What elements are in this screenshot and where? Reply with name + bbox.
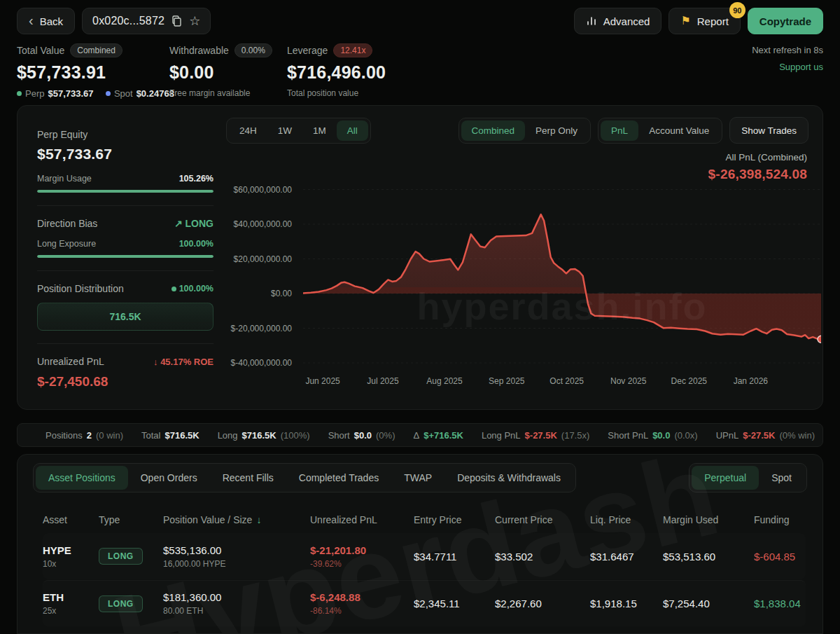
liq-price-cell: $1,918.15	[590, 598, 663, 609]
scope-combined[interactable]: Combined	[461, 120, 526, 141]
page: ‹ Back 0x020c...5872 ☆ Advanced ⚑ Report	[0, 0, 840, 634]
type-cell: LONG	[99, 548, 163, 565]
y-tick-label: $40,000,000.00	[234, 219, 292, 229]
asset-cell: HYPE 10x	[43, 544, 99, 569]
tab-deposits-withdrawals[interactable]: Deposits & Withdrawals	[444, 466, 573, 490]
x-tick-label: Jul 2025	[367, 376, 398, 386]
total-value-label: Total Value	[17, 45, 64, 56]
table-row[interactable]: HYPE 10x LONG $535,136.00 16,000.00 HYPE…	[43, 533, 806, 579]
col-type[interactable]: Type	[99, 514, 163, 525]
report-button[interactable]: ⚑ Report 90	[668, 8, 740, 34]
report-count-badge: 90	[729, 2, 746, 18]
x-tick-label: Nov 2025	[610, 376, 646, 386]
copy-icon[interactable]	[172, 15, 182, 27]
y-tick-label: $20,000,000.00	[234, 254, 292, 264]
tab-asset-positions[interactable]: Asset Positions	[36, 466, 128, 490]
show-trades-button[interactable]: Show Trades	[729, 117, 808, 144]
positions-tabs: Asset Positions Open Orders Recent Fills…	[33, 463, 576, 492]
col-funding[interactable]: Funding	[754, 514, 806, 525]
withdrawable-amount: $0.00	[169, 62, 272, 83]
leverage-sub: Total position value	[287, 88, 386, 98]
x-tick-label: Aug 2025	[426, 376, 462, 386]
withdrawable-label: Withdrawable	[169, 45, 229, 56]
unrealized-pnl-label: Unrealized PnL	[37, 356, 104, 367]
metric-account-value[interactable]: Account Value	[638, 120, 720, 141]
account-metrics-card: Perp Equity $57,733.67 Margin Usage 105.…	[37, 117, 214, 402]
tab-completed-trades[interactable]: Completed Trades	[286, 466, 391, 490]
tab-twap[interactable]: TWAP	[391, 466, 444, 490]
unrealized-pnl-cell: $-6,248.88 -86.14%	[310, 591, 414, 616]
x-tick-label: Sep 2025	[489, 376, 524, 386]
entry-price-cell: $2,345.11	[414, 598, 495, 609]
refresh-countdown: Next refresh in 8s	[752, 45, 823, 55]
position-distribution-label: Position Distribution	[37, 283, 124, 294]
col-entry-price[interactable]: Entry Price	[414, 514, 495, 525]
market-toggle: Perpetual Spot	[689, 463, 807, 492]
wallet-address: 0x020c...5872	[92, 15, 164, 27]
col-margin-used[interactable]: Margin Used	[663, 514, 754, 525]
col-position-value[interactable]: Position Value / Size↓	[163, 514, 310, 525]
summary-delta: Δ$+716.5K	[413, 430, 463, 441]
scope-perp-only[interactable]: Perp Only	[525, 120, 588, 141]
col-current-price[interactable]: Current Price	[495, 514, 590, 525]
market-perpetual[interactable]: Perpetual	[692, 466, 759, 490]
direction-bias-section: Direction Bias ↗ LONG Long Exposure 100.…	[37, 205, 214, 270]
leverage-label: Leverage	[287, 45, 328, 56]
all-pnl-caption: All PnL (Combined)	[708, 152, 807, 163]
x-tick-label: Oct 2025	[550, 376, 584, 386]
col-unrealized-pnl[interactable]: Unrealized PnL	[310, 514, 414, 525]
perp-value: Perp $57,733.67	[17, 88, 94, 99]
tab-open-orders[interactable]: Open Orders	[128, 466, 210, 490]
scope-toggle: Combined Perp Only	[458, 118, 592, 144]
chart-panel: Perp Equity $57,733.67 Margin Usage 105.…	[17, 105, 823, 410]
tab-recent-fills[interactable]: Recent Fills	[210, 466, 286, 490]
summary-long: Long$716.5K(100%)	[218, 430, 310, 441]
perp-dot-icon	[17, 91, 22, 96]
x-tick-label: Dec 2025	[671, 376, 707, 386]
advanced-label: Advanced	[603, 15, 650, 27]
position-distribution-value: 100.00%	[172, 284, 214, 294]
range-tab-all[interactable]: All	[337, 120, 368, 141]
entry-price-cell: $34.7711	[414, 551, 495, 563]
range-tab-1w[interactable]: 1W	[267, 120, 302, 141]
range-tab-1m[interactable]: 1M	[302, 120, 337, 141]
support-us-link[interactable]: Support us	[752, 62, 823, 72]
metric-pnl[interactable]: PnL	[601, 120, 638, 141]
wallet-address-pill[interactable]: 0x020c...5872 ☆	[82, 8, 211, 34]
withdrawable-stat: Withdrawable 0.00% $0.00 Free margin ava…	[169, 43, 272, 98]
perp-equity-value: $57,733.67	[37, 146, 214, 163]
x-tick-label: Jan 2026	[734, 376, 768, 386]
trend-up-icon: ↗	[174, 218, 183, 229]
chevron-left-icon: ‹	[29, 13, 34, 27]
type-cell: LONG	[99, 595, 163, 612]
positions-summary-bar: Positions2(0 win) Total$716.5K Long$716.…	[17, 423, 823, 447]
time-range-tabs: 24H 1W 1M All	[226, 118, 371, 144]
col-asset[interactable]: Asset	[43, 514, 99, 525]
direction-bias-value: ↗ LONG	[174, 218, 214, 229]
pnl-line-chart[interactable]	[303, 183, 821, 372]
col-liq-price[interactable]: Liq. Price	[590, 514, 663, 525]
y-tick-label: $60,000,000.00	[234, 185, 292, 195]
favorite-star-icon[interactable]: ☆	[189, 15, 200, 27]
arrow-down-icon: ↓	[153, 357, 158, 367]
table-row[interactable]: ETH 25x LONG $181,360.00 80.00 ETH $-6,2…	[43, 580, 806, 626]
long-exposure-label: Long Exposure	[37, 239, 96, 249]
top-bar: ‹ Back 0x020c...5872 ☆ Advanced ⚑ Report	[17, 7, 823, 35]
spot-dot-icon	[106, 91, 111, 96]
asset-cell: ETH 25x	[43, 591, 99, 616]
unrealized-pnl-cell: $-21,201.80 -39.62%	[310, 544, 414, 569]
back-label: Back	[40, 15, 63, 27]
x-tick-label: Jun 2025	[305, 376, 340, 386]
long-badge: LONG	[99, 595, 143, 612]
advanced-button[interactable]: Advanced	[574, 8, 662, 34]
range-tab-24h[interactable]: 24H	[229, 120, 267, 141]
bar-chart-icon	[586, 15, 597, 27]
back-button[interactable]: ‹ Back	[17, 8, 75, 34]
chart-end-dot	[818, 336, 821, 343]
table-header: Asset Type Position Value / Size↓ Unreal…	[43, 506, 806, 533]
y-tick-label: $0.00	[271, 289, 292, 298]
report-label: Report	[697, 15, 729, 27]
market-spot[interactable]: Spot	[759, 466, 804, 490]
distribution-box[interactable]: 716.5K	[37, 303, 214, 331]
copytrade-button[interactable]: Copytrade	[748, 8, 823, 34]
